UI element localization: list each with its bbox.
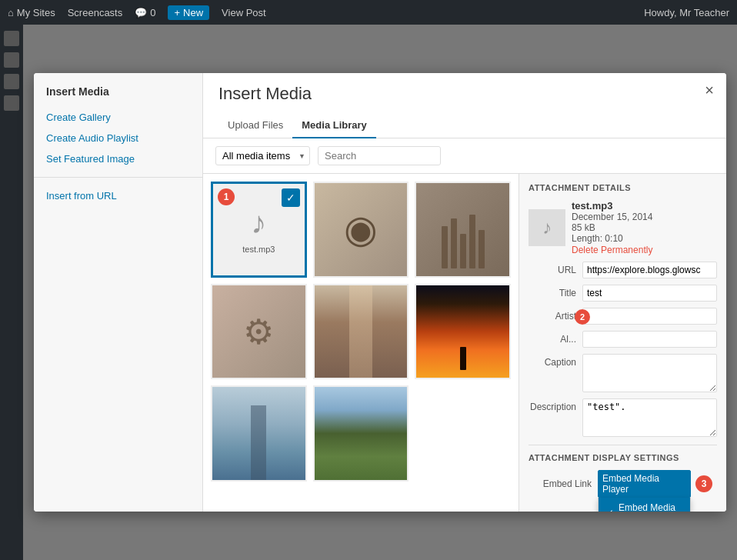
- media-toolbar: All media items Images Audio Video: [203, 138, 726, 174]
- sidebar-create-audio-playlist[interactable]: Create Audio Playlist: [34, 128, 202, 148]
- admin-bar-new[interactable]: + New: [168, 5, 209, 20]
- bridge-image: [212, 387, 305, 480]
- sidebar-divider: [34, 177, 202, 178]
- tools-bar-3: [460, 234, 466, 268]
- att-field-url: URL: [529, 262, 717, 278]
- media-item-sunset[interactable]: [415, 284, 511, 380]
- display-settings: ATTACHMENT DISPLAY SETTINGS Embed Link E…: [529, 453, 717, 498]
- media-item-audio[interactable]: ♪ test.mp3 ✓ 1: [211, 182, 307, 278]
- att-field-input-title[interactable]: [582, 285, 717, 302]
- admin-bar-viewpost[interactable]: View Post: [222, 7, 266, 18]
- tools-bar-2: [451, 218, 457, 268]
- embed-dropdown-menu: ✓ Embed Media Player Link to Media File: [598, 498, 691, 512]
- audio-icon: ♪: [251, 205, 266, 240]
- modal-body: Insert Media Create Gallery Create Audio…: [34, 73, 726, 512]
- sunset-figure: [460, 347, 466, 370]
- badge-2: 2: [575, 309, 590, 325]
- att-file-info: test.mp3 December 15, 2014 85 kB Length:…: [572, 200, 652, 255]
- modal-sidebar-title: Insert Media: [34, 85, 202, 107]
- att-field-input-description[interactable]: "test".: [582, 398, 717, 437]
- modal-close-button[interactable]: ×: [705, 82, 714, 98]
- att-delete-link[interactable]: Delete Permanently: [572, 245, 652, 255]
- media-item-tools[interactable]: [415, 182, 511, 278]
- media-item-bridge[interactable]: [211, 385, 307, 482]
- embed-selected-label: Embed Media Player: [602, 473, 686, 495]
- wp-sidebar: [0, 25, 23, 560]
- insert-media-modal: Insert Media Create Gallery Create Audio…: [34, 73, 726, 512]
- badge-3: 3: [695, 475, 712, 492]
- admin-bar-screencasts[interactable]: Screencasts: [68, 7, 123, 18]
- sidebar-set-featured-image[interactable]: Set Featured Image: [34, 148, 202, 169]
- tools-bar-1: [442, 226, 448, 268]
- media-item-landscape[interactable]: [313, 385, 409, 482]
- sunset-image: [416, 285, 509, 378]
- att-field-input-album[interactable]: [582, 331, 717, 348]
- checkmark-embed: ✓: [606, 508, 614, 512]
- attachment-details-panel: ATTACHMENT DETAILS ♪ test.mp3 December 1…: [519, 174, 726, 512]
- att-field-description: Description "test".: [529, 398, 717, 437]
- modal-main: Insert Media × Upload Files Media Librar…: [203, 73, 726, 512]
- media-item-hallway[interactable]: [313, 284, 409, 380]
- wp-sidebar-icon-3: [4, 74, 19, 89]
- att-date: December 15, 2014: [572, 212, 652, 222]
- admin-bar-notifications[interactable]: 💬 0: [135, 7, 155, 18]
- att-field-input-artist[interactable]: [582, 308, 717, 325]
- att-field-label-title: Title: [529, 285, 582, 298]
- hallway-image: [315, 285, 408, 378]
- tab-upload-files[interactable]: Upload Files: [218, 113, 292, 138]
- att-field-title: Title: [529, 285, 717, 302]
- att-display-embed-row: Embed Link Embed Media Player: [529, 470, 717, 498]
- tools-bar-5: [479, 230, 485, 268]
- media-grid-wrap: ♪ test.mp3 ✓ 1: [203, 174, 519, 512]
- media-filter-select[interactable]: All media items Images Audio Video: [215, 146, 310, 165]
- att-field-label-description: Description: [529, 398, 582, 412]
- att-field-input-url[interactable]: [582, 262, 717, 278]
- display-section-title: ATTACHMENT DISPLAY SETTINGS: [529, 453, 717, 462]
- admin-bar: ⌂ My Sites Screencasts 💬 0 + New View Po…: [0, 0, 737, 25]
- att-field-label-url: URL: [529, 262, 582, 275]
- wp-sidebar-icon-4: [4, 95, 19, 111]
- dropdown-item-embed[interactable]: ✓ Embed Media Player: [599, 498, 690, 512]
- sidebar-create-gallery[interactable]: Create Gallery: [34, 107, 202, 128]
- wp-sidebar-icon-1: [4, 31, 19, 46]
- media-grid: ♪ test.mp3 ✓ 1: [211, 182, 511, 482]
- media-content: ♪ test.mp3 ✓ 1: [203, 174, 726, 512]
- landscape-image: [315, 387, 408, 480]
- att-field-label-caption: Caption: [529, 354, 582, 368]
- att-file-row: ♪ test.mp3 December 15, 2014 85 kB Lengt…: [529, 200, 717, 255]
- modal-overlay: Insert Media Create Gallery Create Audio…: [23, 25, 737, 560]
- att-filename: test.mp3: [572, 200, 652, 212]
- media-item-gear[interactable]: [211, 284, 307, 380]
- hallway-center: [349, 285, 372, 378]
- att-section-title: ATTACHMENT DETAILS: [529, 183, 717, 192]
- att-divider: [529, 445, 717, 445]
- embed-dropdown-container: Embed Media Player ✓ Embed Media Player: [598, 470, 691, 498]
- att-length: Length: 0:10: [572, 233, 652, 244]
- media-item-speaker[interactable]: [313, 182, 409, 278]
- att-display-embed-label: Embed Link: [529, 478, 598, 489]
- att-size: 85 kB: [572, 222, 652, 233]
- media-search-input[interactable]: [318, 146, 441, 165]
- home-icon: ⌂: [8, 7, 14, 18]
- badge-1: 1: [218, 188, 235, 205]
- gear-image: [212, 285, 305, 378]
- tab-media-library[interactable]: Media Library: [292, 113, 376, 138]
- main-content: Insert Media Create Gallery Create Audio…: [23, 25, 737, 560]
- wp-sidebar-icon-2: [4, 52, 19, 68]
- checkmark-icon: ✓: [282, 188, 300, 207]
- att-file-icon: ♪: [529, 209, 565, 246]
- filter-select-wrap: All media items Images Audio Video: [215, 146, 310, 165]
- tools-image: [416, 183, 509, 276]
- att-field-caption: Caption: [529, 354, 717, 392]
- sidebar-insert-from-url[interactable]: Insert from URL: [34, 185, 202, 206]
- admin-bar-howdy: Howdy, Mr Teacher: [644, 7, 729, 18]
- att-field-input-caption[interactable]: [582, 354, 717, 392]
- speaker-image: [315, 183, 408, 276]
- modal-left-sidebar: Insert Media Create Gallery Create Audio…: [34, 73, 203, 512]
- audio-label: test.mp3: [242, 245, 275, 254]
- embed-dropdown-trigger[interactable]: Embed Media Player: [598, 470, 691, 498]
- admin-bar-mysites[interactable]: ⌂ My Sites: [8, 7, 55, 18]
- modal-title: Insert Media: [218, 84, 711, 104]
- att-field-label-album: Al...: [529, 331, 582, 345]
- tools-bar-4: [469, 215, 475, 268]
